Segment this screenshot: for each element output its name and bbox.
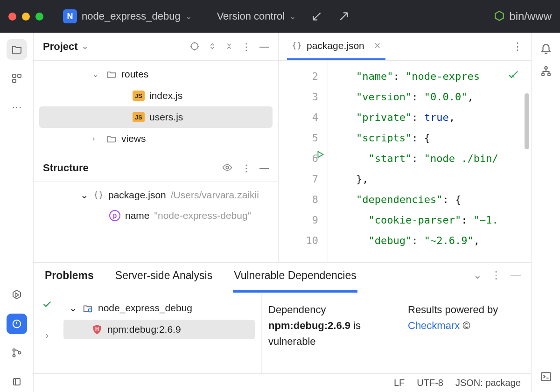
tree-file-users[interactable]: JS users.js xyxy=(39,106,273,128)
left-panels: Project ⌄ ⋮ — ⌄ routes xyxy=(34,33,279,262)
status-lang[interactable]: JSON: package xyxy=(455,378,521,388)
line-number: 6 xyxy=(279,148,318,169)
tab-vulnerable-dependencies[interactable]: Vulnerable Dependencies xyxy=(233,263,357,293)
chevron-down-icon[interactable]: ⌄ xyxy=(473,269,482,281)
structure-prop-name: name xyxy=(125,210,150,221)
left-tool-strip: ⋯ xyxy=(0,33,34,392)
problems-tabs: Problems Server-side Analysis Vulnerable… xyxy=(34,263,531,294)
title-bar: N node_express_debug ⌄ Version control ⌄… xyxy=(0,0,560,33)
kebab-icon[interactable]: ⋮ xyxy=(242,162,251,174)
code-area[interactable]: 2 3 4 5 6 7 8 9 10 "name": "node-expres … xyxy=(279,61,531,262)
problems-detail: Dependency npm:debug:2.6.9 is vulnerable… xyxy=(261,294,531,373)
svg-point-9 xyxy=(191,42,198,49)
project-panel-title: Project xyxy=(43,41,78,53)
structure-file-name: package.json xyxy=(108,189,166,201)
project-selector[interactable]: N node_express_debug ⌄ xyxy=(58,7,196,26)
editor-scrollbar[interactable] xyxy=(525,93,529,149)
locate-icon[interactable] xyxy=(189,41,200,52)
line-number: 2 xyxy=(279,66,318,87)
editor-tab-label: package.json xyxy=(307,40,364,51)
structure-prop-value: "node-express-debug" xyxy=(154,210,252,221)
problems-finding-row[interactable]: H npm:debug:2.6.9 xyxy=(63,320,255,339)
structure-property-row[interactable]: p name "node-express-debug" xyxy=(34,205,278,226)
tab-problems[interactable]: Problems xyxy=(44,263,95,290)
chevron-down-icon: ⌄ xyxy=(185,12,192,21)
tree-file-index[interactable]: JS index.js xyxy=(34,85,278,106)
js-icon: JS xyxy=(133,112,145,122)
status-line-ending[interactable]: LF xyxy=(394,378,405,388)
tree-folder-routes[interactable]: ⌄ routes xyxy=(34,63,278,85)
problems-tool-button[interactable] xyxy=(7,314,27,334)
project-tree: ⌄ routes JS index.js JS users.js › xyxy=(34,61,278,154)
powered-post: © xyxy=(462,320,470,331)
incoming-changes-button[interactable] xyxy=(311,10,323,22)
status-encoding[interactable]: UTF-8 xyxy=(417,378,443,388)
svg-point-10 xyxy=(226,166,229,169)
tree-folder-views[interactable]: › views xyxy=(34,128,278,149)
svg-point-14 xyxy=(545,67,547,69)
svg-point-6 xyxy=(13,355,15,357)
check-icon[interactable] xyxy=(42,299,52,309)
module-icon xyxy=(82,303,93,313)
problems-tree-root[interactable]: ⌄ node_express_debug xyxy=(63,298,255,318)
kebab-icon[interactable]: ⋮ xyxy=(512,41,523,53)
services-tool-button[interactable] xyxy=(7,285,27,305)
maximize-window-button[interactable] xyxy=(35,13,43,21)
close-window-button[interactable] xyxy=(8,13,16,21)
chevron-right-icon: › xyxy=(92,134,102,143)
svg-marker-11 xyxy=(318,152,323,158)
structure-panel-title: Structure xyxy=(43,162,89,174)
outgoing-changes-button[interactable] xyxy=(338,10,350,22)
more-tools-button[interactable]: ⋯ xyxy=(7,97,27,118)
collapse-all-icon[interactable] xyxy=(225,41,233,52)
version-control-label: Version control xyxy=(217,10,285,22)
checkmarx-link[interactable]: Checkmarx xyxy=(408,320,460,331)
structure-tool-button[interactable] xyxy=(7,68,27,89)
terminal-icon[interactable] xyxy=(540,371,552,383)
json-icon xyxy=(93,190,104,200)
property-icon: p xyxy=(109,210,120,221)
detail-pre: Dependency xyxy=(268,304,326,315)
project-name: node_express_debug xyxy=(82,10,181,22)
editor-tab-package-json[interactable]: package.json ✕ xyxy=(287,33,385,60)
line-number: 4 xyxy=(279,107,318,128)
run-config-selector[interactable]: bin/www xyxy=(493,10,552,23)
tab-server-side-analysis[interactable]: Server-side Analysis xyxy=(114,263,213,290)
svg-rect-17 xyxy=(541,372,551,380)
hierarchy-icon[interactable] xyxy=(540,65,552,77)
svg-point-15 xyxy=(541,73,544,76)
line-number: 8 xyxy=(279,189,318,210)
detail-strong: npm:debug:2.6.9 xyxy=(268,320,350,331)
run-config-label: bin/www xyxy=(509,10,552,23)
minimize-icon[interactable]: — xyxy=(511,269,521,281)
structure-tree: ⌄ package.json /Users/varvara.zaikii p n… xyxy=(34,182,278,233)
project-tool-button[interactable] xyxy=(7,39,27,60)
close-tab-icon[interactable]: ✕ xyxy=(374,41,381,51)
inspection-ok-icon[interactable] xyxy=(507,69,520,80)
minimize-icon[interactable]: — xyxy=(259,162,269,174)
kebab-icon[interactable]: ⋮ xyxy=(491,269,501,281)
kebab-icon[interactable]: ⋮ xyxy=(242,41,251,52)
expand-all-icon[interactable] xyxy=(208,41,217,52)
view-options-icon[interactable] xyxy=(221,162,233,174)
editor-tab-bar: package.json ✕ ⋮ xyxy=(279,33,531,61)
version-control-menu[interactable]: Version control ⌄ xyxy=(217,10,296,22)
chevron-down-icon: ⌄ xyxy=(80,189,89,201)
problems-root-label: node_express_debug xyxy=(98,302,192,314)
git-tool-button[interactable] xyxy=(7,343,27,363)
chevron-down-icon[interactable]: ⌄ xyxy=(82,42,88,51)
minimize-icon[interactable]: — xyxy=(259,41,269,52)
problems-tree: ⌄ node_express_debug H npm:debug:2.6.9 xyxy=(61,294,261,373)
notifications-icon[interactable] xyxy=(540,42,552,54)
line-number: 3 xyxy=(279,87,318,107)
chevron-right-icon[interactable]: › xyxy=(46,330,49,341)
gutter-run-icon[interactable] xyxy=(315,149,325,160)
folder-icon xyxy=(106,133,117,144)
minimize-window-button[interactable] xyxy=(22,13,30,21)
structure-file-row[interactable]: ⌄ package.json /Users/varvara.zaikii xyxy=(34,185,278,205)
editor: package.json ✕ ⋮ 2 3 4 5 6 xyxy=(279,33,531,262)
js-icon: JS xyxy=(133,91,145,101)
bookmarks-tool-button[interactable] xyxy=(7,371,27,392)
window-controls xyxy=(8,13,43,21)
line-number: 5 xyxy=(279,128,318,148)
